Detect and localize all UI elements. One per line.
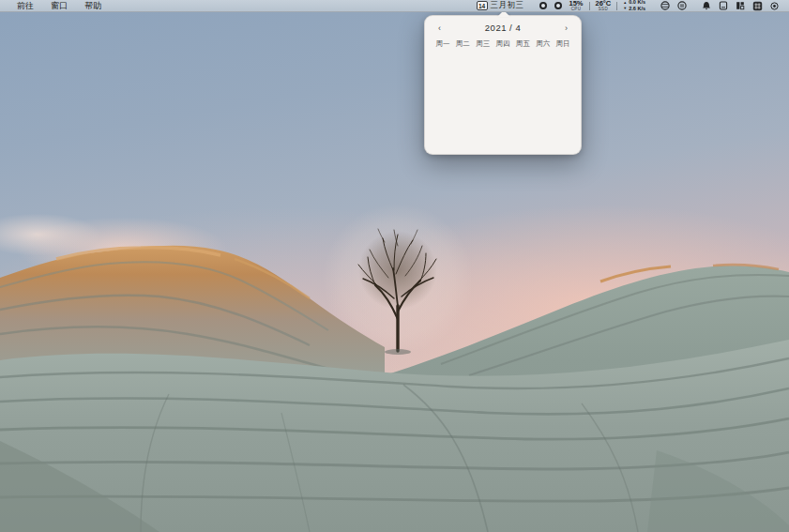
- temp-stat-extra[interactable]: 26°C SSD: [592, 0, 615, 11]
- network-stat-extra[interactable]: ▲ 0.0 K/s ▼ 2.6 K/s: [619, 0, 649, 11]
- weekday-label: 周六: [534, 39, 553, 49]
- menu-item-window[interactable]: 窗口: [42, 0, 76, 11]
- download-speed: 2.6 K/s: [629, 7, 645, 12]
- foreground-rocks: [0, 340, 789, 532]
- weekday-label: 周日: [554, 39, 572, 49]
- weekday-header-row: 周一 周二 周三 周四 周五 周六 周日: [425, 33, 581, 49]
- menu-bar-extras: 14 三月初三 15% CPU 26°C SSD ▲: [473, 0, 789, 11]
- prev-month-button[interactable]: ‹: [436, 23, 443, 33]
- ring-icon: [554, 2, 562, 9]
- circle-dot-menu-extra[interactable]: [766, 0, 782, 11]
- gauge-ring-2[interactable]: [551, 0, 566, 11]
- temp-label: SSD: [599, 8, 608, 12]
- upload-speed: 0.0 K/s: [629, 0, 645, 6]
- gauge-ring-1[interactable]: [536, 0, 551, 11]
- weekday-label: 周四: [493, 39, 512, 49]
- circled-menu-icon: [677, 1, 687, 10]
- circle-dot-icon: [770, 2, 779, 10]
- input-method-menu-extra[interactable]: [749, 0, 766, 11]
- bell-icon: [702, 1, 711, 10]
- panels-icon: [736, 1, 745, 10]
- cpu-value: 15%: [569, 0, 584, 7]
- bell-menu-extra[interactable]: [698, 0, 715, 11]
- document-icon: [719, 1, 728, 10]
- calendar-month-title: 2021 / 4: [485, 23, 521, 33]
- wallpaper-art: [0, 0, 789, 532]
- divider: [616, 2, 617, 10]
- menu-bar: 前往 窗口 帮助 14 三月初三 15% CPU 26°C SSD: [0, 0, 789, 12]
- cpu-stat-extra[interactable]: 15% CPU: [566, 0, 587, 11]
- menu-bar-left: 前往 窗口 帮助: [0, 0, 110, 11]
- desktop-wallpaper: [0, 0, 789, 532]
- divider: [589, 2, 590, 10]
- calendar-menu-extra[interactable]: 14 三月初三: [473, 0, 528, 11]
- cpu-label: CPU: [571, 8, 582, 12]
- temp-value: 26°C: [596, 0, 612, 7]
- menu-item-help[interactable]: 帮助: [76, 0, 110, 11]
- calendar-header: ‹ 2021 / 4 ›: [425, 16, 581, 33]
- download-arrow-icon: ▼: [623, 7, 627, 10]
- weekday-label: 周一: [433, 39, 452, 49]
- weekday-label: 周三: [474, 39, 493, 49]
- ring-icon: [539, 2, 547, 9]
- calendar-grid-empty: [425, 49, 581, 143]
- panels-menu-extra[interactable]: [732, 0, 749, 11]
- globe-menu-extra[interactable]: [657, 0, 674, 11]
- menu-item-go[interactable]: 前往: [8, 0, 42, 11]
- calendar-day-icon: 14: [477, 1, 488, 10]
- input-method-icon: [752, 1, 763, 11]
- lunar-date-label: 三月初三: [491, 0, 524, 11]
- weekday-label: 周二: [453, 39, 472, 49]
- globe-icon: [660, 1, 670, 10]
- weekday-label: 周五: [513, 39, 532, 49]
- document-menu-extra[interactable]: [715, 0, 732, 11]
- circled-menu-extra[interactable]: [674, 0, 690, 11]
- next-month-button[interactable]: ›: [563, 23, 569, 33]
- calendar-popover: ‹ 2021 / 4 › 周一 周二 周三 周四 周五 周六 周日: [424, 15, 582, 155]
- upload-arrow-icon: ▲: [623, 1, 627, 5]
